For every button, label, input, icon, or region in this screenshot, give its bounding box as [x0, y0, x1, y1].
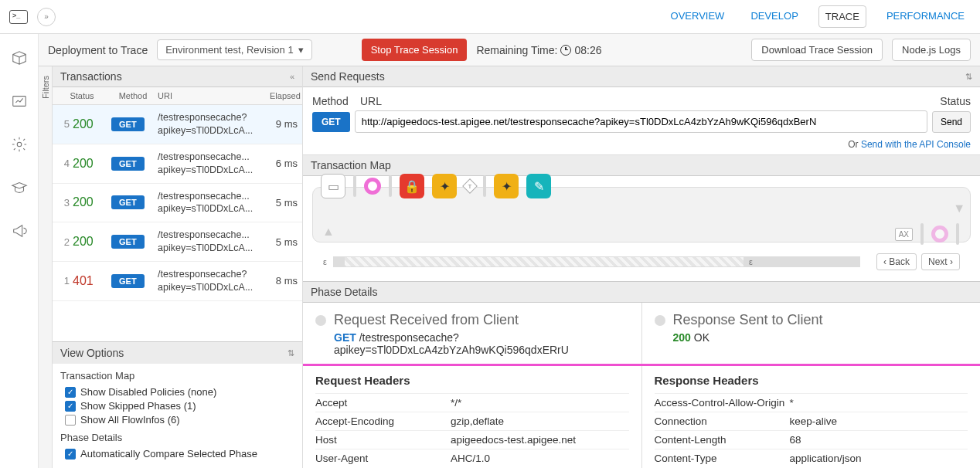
- table-row[interactable]: 2 200 GET /testresponsecache...apikey=sT…: [53, 222, 302, 262]
- expand-send-requests-icon[interactable]: ⇅: [965, 72, 972, 82]
- chk-show-disabled[interactable]: ✓: [65, 387, 76, 398]
- request-headers-title: Request Headers: [315, 374, 629, 387]
- api-console-link[interactable]: Send with the API Console: [861, 139, 971, 150]
- terminal-icon[interactable]: [9, 10, 28, 24]
- next-button[interactable]: Next ›: [921, 253, 960, 270]
- back-button[interactable]: ‹ Back: [876, 253, 917, 270]
- flow-step-client[interactable]: ▭: [321, 174, 345, 198]
- request-line: GET /testresponsecache?apikey=sTl0DDxLcA…: [334, 331, 629, 356]
- deployment-label: Deployment to Trace: [48, 44, 148, 56]
- box-icon[interactable]: [11, 49, 28, 66]
- timeline-start-label: ε: [323, 257, 327, 266]
- url-input[interactable]: [355, 110, 927, 133]
- tab-performance[interactable]: PERFORMANCE: [880, 5, 971, 28]
- nodejs-logs-button[interactable]: Node.js Logs: [892, 39, 971, 61]
- flow-step-analytics[interactable]: AX: [895, 228, 913, 241]
- expand-view-options-icon[interactable]: ⇅: [288, 348, 294, 358]
- flow-step-condition[interactable]: T: [462, 178, 478, 194]
- chevron-down-icon: ▾: [298, 44, 304, 56]
- flow-step-proxy-req[interactable]: [364, 178, 381, 195]
- header-row: Content-Typeapplication/json: [655, 449, 968, 467]
- header-row: User-AgentAHC/1.0: [315, 449, 629, 467]
- megaphone-icon[interactable]: [11, 222, 28, 239]
- response-sent-title: Response Sent to Client: [655, 312, 968, 328]
- svg-point-1: [17, 142, 22, 147]
- flow-step-proxy-resp[interactable]: [931, 226, 948, 242]
- timeline-eps2: ε: [749, 257, 753, 266]
- left-nav: [0, 34, 39, 468]
- flow-step-policy-1[interactable]: ✦: [432, 174, 457, 198]
- header-row: Hostapigeedocs-test.apigee.net: [315, 430, 629, 449]
- send-requests-header: Send Requests ⇅: [303, 66, 980, 87]
- send-button[interactable]: Send: [932, 111, 971, 133]
- flow-step-security[interactable]: 🔒: [400, 174, 424, 198]
- header-row: Connectionkeep-alive: [655, 412, 968, 430]
- phase-details-header: Phase Details: [303, 282, 980, 303]
- dashboard-icon[interactable]: [11, 93, 28, 110]
- clock-icon: [560, 45, 571, 56]
- download-trace-button[interactable]: Download Trace Session: [751, 39, 883, 61]
- url-label: URL: [356, 95, 924, 107]
- collapse-transactions-icon[interactable]: «: [290, 72, 294, 81]
- chk-auto-compare[interactable]: ✓: [65, 449, 76, 460]
- chk-show-skipped[interactable]: ✓: [65, 401, 76, 412]
- api-console-hint: Or Send with the API Console: [303, 136, 980, 154]
- top-tabs: OVERVIEW DEVELOP TRACE PERFORMANCE: [665, 5, 971, 28]
- request-received-title: Request Received from Client: [315, 312, 629, 328]
- method-label: Method: [312, 95, 356, 107]
- expand-sidebar-icon[interactable]: »: [37, 8, 56, 26]
- response-headers-title: Response Headers: [655, 374, 968, 387]
- view-options-tmap-label: Transaction Map: [60, 370, 294, 382]
- filters-tab[interactable]: Filters: [39, 66, 53, 468]
- stop-trace-button[interactable]: Stop Trace Session: [362, 39, 468, 61]
- timeline-track[interactable]: [333, 256, 860, 267]
- transaction-map-header: Transaction Map: [303, 155, 980, 176]
- header-row: Accept*/*: [315, 393, 629, 412]
- flow-forward-arrow-icon: ▼: [953, 202, 965, 215]
- method-button[interactable]: GET: [312, 112, 350, 132]
- graduation-icon[interactable]: [11, 179, 28, 196]
- table-row[interactable]: 3 200 GET /testresponsecache...apikey=sT…: [53, 184, 302, 223]
- transactions-list: 5 200 GET /testresponsecache?apikey=sTl0…: [53, 105, 302, 341]
- flow-step-assign[interactable]: ✎: [526, 174, 551, 198]
- response-line: 200 OK: [673, 331, 968, 344]
- tab-overview[interactable]: OVERVIEW: [665, 5, 731, 28]
- gear-icon[interactable]: [11, 136, 28, 153]
- environment-dropdown[interactable]: Environment test, Revision 1 ▾: [157, 39, 311, 60]
- table-row[interactable]: 4 200 GET /testresponsecache...apikey=sT…: [53, 144, 302, 184]
- tab-develop[interactable]: DEVELOP: [744, 5, 804, 28]
- chk-show-flowinfos[interactable]: [65, 415, 76, 426]
- header-row: Content-Length68: [655, 430, 968, 449]
- transaction-map: ▲ ▼ ▭ 🔒 ✦ T ✦ ✎: [312, 187, 971, 242]
- topbar: » OVERVIEW DEVELOP TRACE PERFORMANCE: [0, 0, 980, 34]
- status-label: Status: [924, 95, 971, 107]
- transactions-header: Transactions «: [53, 66, 302, 87]
- view-options-header: View Options ⇅: [53, 342, 302, 364]
- remaining-time: Remaining Time: 08:26: [476, 44, 601, 56]
- header-row: Access-Control-Allow-Origin*: [655, 393, 968, 412]
- transactions-columns: Status Method URI Elapsed: [53, 87, 302, 105]
- view-options-phase-label: Phase Details: [60, 432, 294, 443]
- table-row[interactable]: 1 401 GET /testresponsecache?apikey=sTl0…: [53, 262, 302, 301]
- tab-trace[interactable]: TRACE: [818, 5, 866, 28]
- flow-step-policy-2[interactable]: ✦: [494, 174, 519, 198]
- table-row[interactable]: 5 200 GET /testresponsecache?apikey=sTl0…: [53, 105, 302, 144]
- header-row: Accept-Encodinggzip,deflate: [315, 412, 629, 430]
- trace-toolbar: Deployment to Trace Environment test, Re…: [39, 34, 980, 66]
- flow-return-arrow-icon: ▲: [322, 225, 335, 239]
